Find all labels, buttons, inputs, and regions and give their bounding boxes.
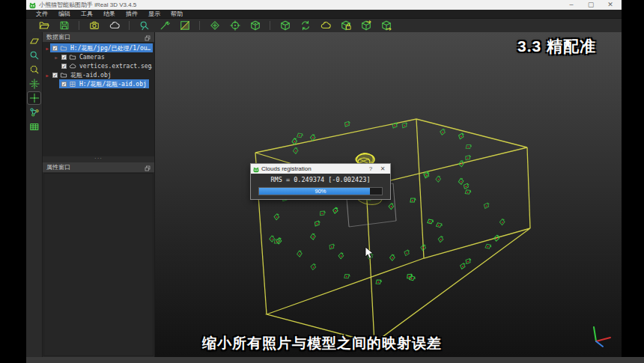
model-export-icon[interactable] — [380, 20, 392, 31]
camera-marker-icon[interactable] — [329, 244, 335, 250]
tree-item-content[interactable]: ✓H:/花瓶/花瓶-aid.obj — [59, 79, 149, 88]
tree-expander-icon[interactable]: ▶ — [53, 55, 59, 60]
camera-marker-icon[interactable] — [437, 236, 444, 242]
tree-checkbox[interactable]: ✓ — [61, 64, 67, 69]
menu-item-0[interactable]: 文件 — [31, 10, 53, 18]
texture-map-icon[interactable] — [279, 20, 291, 31]
menu-bar: 文件编辑工具结果插件显示帮助 — [26, 10, 622, 18]
maximize-button[interactable]: ▢ — [581, 0, 601, 10]
tree-item-content[interactable]: ✓vertices.extract.seg… — [59, 61, 154, 70]
tree-item[interactable]: ▶✓Cameras — [43, 52, 154, 61]
texture-sync-icon[interactable] — [300, 20, 311, 31]
open-project-icon[interactable] — [38, 20, 49, 31]
zoom-region-icon[interactable] — [28, 64, 40, 76]
menu-item-3[interactable]: 结果 — [98, 10, 121, 18]
camera-marker-icon[interactable] — [292, 147, 300, 154]
tree-checkbox[interactable]: ✓ — [61, 82, 67, 87]
camera-marker-icon[interactable] — [309, 233, 317, 240]
model-transfer-icon[interactable] — [360, 20, 371, 31]
camera-marker-icon[interactable] — [484, 203, 490, 209]
tree-item-content[interactable]: ✓Cameras — [59, 52, 107, 61]
camera-marker-icon[interactable] — [296, 250, 303, 257]
menu-item-1[interactable]: 编辑 — [53, 10, 76, 18]
zoom-tool-icon[interactable] — [28, 49, 40, 61]
main-toolbar — [26, 18, 622, 32]
tree-expander-icon[interactable]: ▶ — [44, 73, 50, 78]
camera-marker-icon[interactable] — [465, 155, 471, 161]
cloud-process-icon[interactable] — [320, 20, 331, 31]
camera-marker-icon[interactable] — [388, 203, 395, 210]
repair-tool-icon[interactable] — [159, 20, 170, 31]
align-target-icon[interactable] — [229, 20, 240, 31]
pick-point-icon[interactable] — [28, 92, 40, 104]
camera-marker-icon[interactable] — [420, 244, 427, 251]
camera-marker-icon[interactable] — [332, 207, 339, 214]
tree-checkbox[interactable]: ✓ — [52, 46, 58, 51]
menu-item-2[interactable]: 工具 — [76, 10, 98, 18]
camera-marker-icon[interactable] — [499, 219, 505, 225]
tree-item[interactable]: ✓vertices.extract.seg… — [43, 61, 154, 70]
tree-item[interactable]: ▶✓H:/花瓶/jpg/已处理/1/ou… — [43, 43, 154, 52]
camera-marker-icon[interactable] — [410, 197, 416, 204]
camera-marker-icon[interactable] — [375, 278, 382, 285]
align-point-icon[interactable] — [209, 20, 220, 31]
tree-item[interactable]: ▶✓花瓶-aid.obj — [43, 70, 154, 79]
camera-marker-icon[interactable] — [273, 213, 280, 220]
camera-marker-icon[interactable] — [389, 254, 397, 261]
camera-marker-icon[interactable] — [458, 133, 464, 139]
import-photos-icon[interactable] — [88, 20, 100, 31]
camera-marker-icon[interactable] — [315, 221, 320, 226]
camera-marker-icon[interactable] — [440, 129, 446, 135]
camera-marker-icon[interactable] — [464, 189, 472, 196]
camera-marker-icon[interactable] — [297, 132, 304, 139]
camera-marker-icon[interactable] — [320, 210, 326, 217]
model-lock-icon[interactable] — [340, 20, 351, 31]
window-title: 小熊猫智能贴图助手 iReal 3D V3.4.5 — [39, 1, 136, 9]
camera-marker-icon[interactable] — [458, 177, 465, 185]
camera-marker-icon[interactable] — [458, 160, 466, 168]
tree-item-label: H:/花瓶/花瓶-aid.obj — [79, 80, 147, 88]
camera-marker-icon[interactable] — [464, 183, 469, 189]
move-tool-icon[interactable] — [28, 78, 40, 90]
tree-item[interactable]: ✓H:/花瓶/花瓶-aid.obj — [43, 79, 154, 88]
camera-marker-icon[interactable] — [465, 144, 472, 150]
close-button[interactable]: ✕ — [601, 0, 620, 10]
mesh-grid-icon[interactable] — [28, 121, 40, 132]
menu-item-5[interactable]: 显示 — [143, 10, 165, 18]
split-view-icon[interactable] — [179, 20, 190, 31]
model-preview-icon[interactable] — [249, 20, 261, 31]
minimize-button[interactable]: – — [562, 0, 581, 10]
camera-marker-icon[interactable] — [427, 218, 434, 225]
camera-marker-icon[interactable] — [436, 222, 443, 229]
cloud-sdr-icon[interactable] — [109, 20, 120, 31]
camera-marker-icon[interactable] — [493, 234, 500, 241]
panel-splitter[interactable]: ··· — [43, 156, 154, 162]
camera-marker-icon[interactable] — [344, 273, 350, 280]
skeleton-view-icon[interactable] — [28, 106, 40, 118]
select-plane-icon[interactable] — [28, 35, 40, 47]
tree-expander-icon[interactable]: ▶ — [44, 46, 50, 51]
dialog-help-button[interactable]: ? — [365, 164, 377, 174]
camera-marker-icon[interactable] — [484, 243, 492, 251]
camera-marker-icon[interactable] — [402, 123, 407, 128]
camera-marker-icon[interactable] — [466, 258, 471, 263]
camera-marker-icon[interactable] — [338, 252, 344, 259]
camera-marker-icon[interactable] — [404, 250, 410, 256]
zoom-select-icon[interactable] — [139, 20, 150, 31]
tree-checkbox[interactable]: ✓ — [61, 55, 67, 60]
tree-item-label: vertices.extract.seg… — [79, 63, 152, 70]
camera-marker-icon[interactable] — [310, 263, 317, 270]
camera-marker-icon[interactable] — [435, 175, 443, 183]
tree-item-content[interactable]: ✓H:/花瓶/jpg/已处理/1/ou… — [50, 43, 153, 52]
dialog-close-button[interactable]: ✕ — [377, 164, 389, 174]
tree-item-label: H:/花瓶/jpg/已处理/1/ou… — [70, 44, 151, 52]
status-bar — [26, 357, 644, 363]
menu-item-4[interactable]: 插件 — [121, 10, 143, 18]
menu-item-6[interactable]: 帮助 — [165, 10, 188, 18]
camera-marker-icon[interactable] — [344, 121, 350, 126]
float-panel-icon[interactable] — [145, 161, 151, 174]
tree-item-content[interactable]: ✓花瓶-aid.obj — [50, 70, 114, 79]
camera-marker-icon[interactable] — [460, 263, 466, 269]
save-project-icon[interactable] — [58, 20, 70, 31]
tree-checkbox[interactable]: ✓ — [52, 73, 58, 78]
